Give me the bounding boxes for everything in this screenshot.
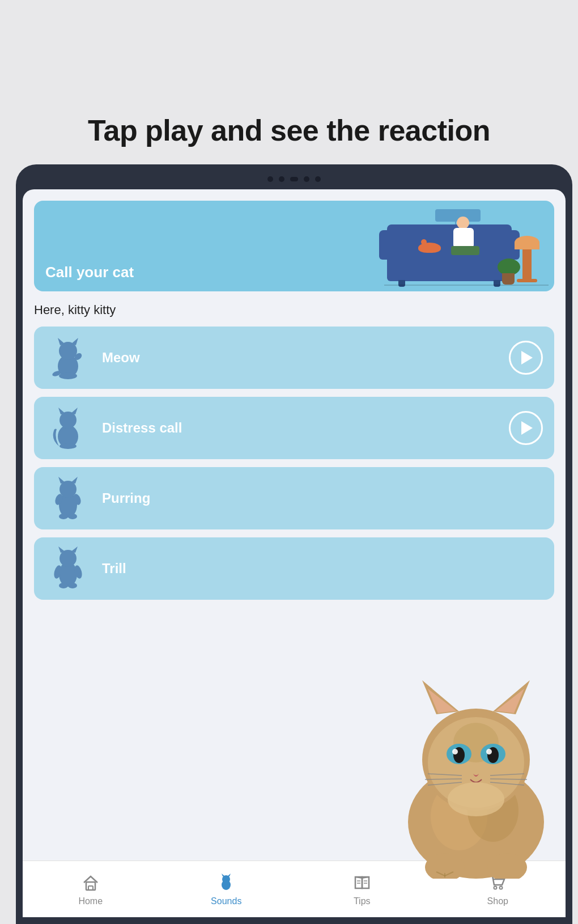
svg-point-50 [448,782,504,816]
svg-point-27 [68,583,77,588]
svg-marker-9 [58,408,66,414]
banner-illustration [384,204,549,291]
svg-point-6 [59,372,77,379]
camera-dot-2 [279,176,284,182]
nav-label-home: Home [78,896,103,906]
svg-point-26 [59,583,68,588]
page-heading: Tap play and see the reaction [0,113,578,147]
svg-marker-3 [58,338,65,345]
nav-label-sounds: Sounds [211,896,241,906]
cat-silhouette-2 [45,405,91,451]
svg-line-48 [490,779,527,779]
kitten-overlay [363,663,566,879]
sound-card-trill[interactable]: Trill [34,537,554,600]
play-triangle-distress [521,421,533,435]
sound-name-purring: Purring [102,490,543,506]
sound-name-meow: Meow [102,350,509,366]
svg-point-59 [222,875,230,883]
svg-point-19 [68,514,77,519]
banner-title: Call your cat [45,264,134,281]
camera-bar [23,171,566,187]
svg-point-18 [59,514,68,519]
camera-dot-4 [304,176,309,182]
person [447,217,481,262]
couch-leg-right [494,280,500,287]
svg-point-69 [500,886,503,889]
camera-dot-1 [267,176,273,182]
person-head [457,217,469,229]
svg-point-11 [60,443,76,449]
svg-marker-14 [58,477,66,484]
sound-card-distress[interactable]: Distress call [34,397,554,459]
couch-leg-left [398,280,405,287]
floor-line [384,285,549,286]
cat-silhouette-3 [45,476,91,521]
home-icon [80,872,101,893]
section-subtitle: Here, kitty kitty [34,303,554,317]
svg-marker-10 [70,408,78,414]
camera-dot-3 [290,177,298,181]
lamp [522,246,532,280]
svg-point-43 [486,749,492,755]
lamp-shade [515,236,539,249]
svg-line-45 [425,779,462,779]
sound-name-trill: Trill [102,561,543,577]
nav-item-home[interactable]: Home [23,872,159,906]
svg-marker-15 [70,477,78,484]
play-button-distress[interactable] [509,411,543,445]
play-button-meow[interactable] [509,341,543,375]
sound-name-distress: Distress call [102,420,509,436]
play-triangle-meow [521,351,533,364]
svg-marker-22 [58,546,66,553]
cat-on-couch [418,243,441,253]
sounds-icon [216,872,236,893]
camera-dot-5 [315,176,321,182]
nav-item-sounds[interactable]: Sounds [159,872,295,906]
person-legs [451,246,479,255]
svg-marker-23 [70,546,78,553]
svg-point-42 [452,749,458,755]
plant-pot [502,273,515,285]
lamp-base [517,279,537,282]
couch-arm-left [379,230,389,260]
nav-label-shop: Shop [487,896,508,906]
sound-card-purring[interactable]: Purring [34,467,554,529]
person-body [453,228,474,248]
sound-card-meow[interactable]: Meow [34,327,554,389]
tablet-screen: Call your cat Here, kitty kitty [23,189,566,917]
svg-marker-4 [71,338,78,345]
banner[interactable]: Call your cat [34,201,554,291]
svg-point-68 [494,886,497,889]
cat-silhouette-1 [45,335,91,380]
cat-silhouette-4 [45,546,91,591]
nav-label-tips: Tips [354,896,371,906]
tablet-frame: Call your cat Here, kitty kitty [16,164,572,924]
